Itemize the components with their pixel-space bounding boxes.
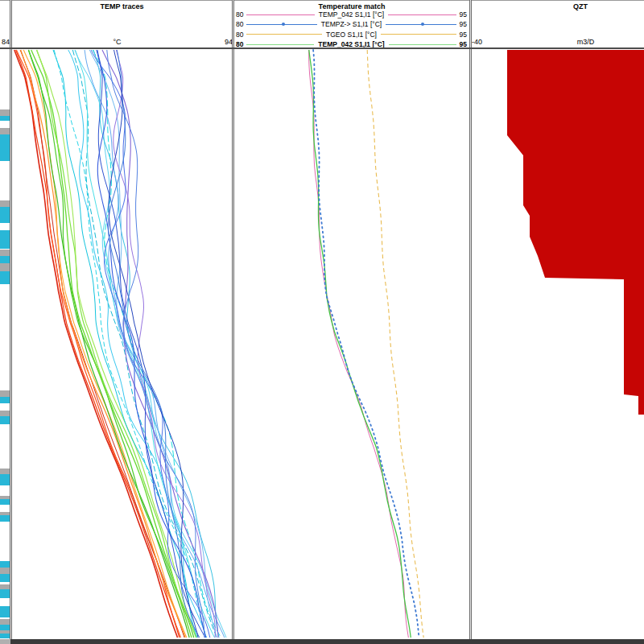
temp-trace-curve: [16, 50, 180, 638]
perforation-bar: [0, 574, 10, 582]
scale-left-qzt: -40: [472, 38, 482, 46]
perforation-bar: [0, 625, 10, 630]
track-border-mid2: [469, 0, 472, 639]
perforation-bar: [0, 561, 10, 568]
legend-marker-dot: [421, 23, 424, 26]
perforation-bar: [0, 568, 10, 574]
bottom-scrollbar[interactable]: [10, 639, 644, 644]
perforation-bar: [0, 474, 10, 485]
perforation-bar: [0, 256, 10, 263]
legend-row: 80TEMPZ-> S1,I1 [°C]95: [234, 19, 469, 29]
temp-trace-curve: [109, 50, 200, 638]
header-divider: [0, 47, 644, 49]
temperature-match-curve: [367, 50, 423, 638]
track-title-temp-traces: TEMP traces: [11, 2, 233, 10]
perforation-bar: [0, 589, 10, 598]
legend-line: [246, 14, 315, 15]
legend-line: [246, 44, 314, 45]
legend-curve-label: TEMPZ-> S1,I1 [°C]: [317, 20, 386, 28]
perforation-bar: [0, 230, 10, 249]
legend-scale-left: 80: [236, 20, 246, 28]
scale-row-qzt: -40 m3/D: [472, 37, 644, 47]
perforation-bar: [0, 390, 10, 397]
qzt-flow-area: [507, 50, 644, 415]
perforation-bar: [0, 411, 10, 416]
legend-scale-left: 80: [236, 10, 246, 19]
perforation-bar: [0, 128, 10, 134]
legend-scale-right: 95: [456, 20, 467, 28]
legend-row: 80TEMP_042 S1,I1 [°C]95: [234, 10, 469, 19]
legend-scale-right: 95: [456, 31, 467, 39]
legend-line: [246, 34, 322, 35]
bottom-bar-stub: [0, 639, 10, 644]
temperature-match-curve: [309, 50, 409, 638]
legend-line: [381, 34, 456, 35]
perforation-bar: [0, 397, 10, 403]
temp-traces-curves: [14, 50, 226, 638]
perforation-bar: [0, 200, 10, 207]
scale-row-temp-traces: 84 °C 94: [2, 37, 233, 47]
top-border: [0, 0, 644, 1]
temp-trace-curve: [68, 50, 206, 638]
legend-scale-left: 80: [236, 31, 246, 39]
legend-line: [386, 24, 456, 25]
perforation-bar: [0, 416, 10, 424]
legend-line: [246, 24, 317, 25]
temperature-match-legend: 80TEMP_042 S1,I1 [°C]9580TEMPZ-> S1,I1 […: [234, 10, 469, 49]
temperature-match-curve: [309, 50, 411, 638]
perforation-bar: [0, 271, 10, 284]
perforation-bar: [0, 207, 10, 223]
legend-line: [389, 44, 456, 45]
legend-curve-label: TEMP_042 S1,I1 [°C]: [315, 10, 388, 19]
legend-row: 80TGEO S1,I1 [°C]95: [234, 30, 469, 39]
temp-trace-curve: [85, 50, 225, 638]
temperature-match-curves: [309, 50, 424, 638]
well-log-viewer: TEMP traces 84 °C 94 Temperature match 8…: [0, 0, 644, 644]
track-title-qzt: QZT: [472, 2, 644, 10]
perforation-bar: [0, 263, 10, 271]
track-border-mid1: [232, 0, 234, 639]
temp-trace-curve: [114, 50, 215, 638]
legend-scale-right: 95: [456, 10, 467, 19]
perforation-bar: [0, 606, 10, 617]
legend-curve-label: TGEO S1,I1 [°C]: [322, 31, 381, 39]
perforation-bar: [0, 250, 10, 256]
unit-label-temp-traces: °C: [10, 38, 225, 46]
perforation-bar: [0, 109, 10, 116]
perforation-bar: [0, 515, 10, 522]
perforation-bar: [0, 634, 10, 638]
perforation-bar: [0, 499, 10, 505]
perforation-bar: [0, 116, 10, 121]
perforation-bar: [0, 134, 10, 161]
unit-label-qzt: m3/D: [482, 38, 644, 46]
log-tracks-plot: [0, 49, 644, 639]
temp-trace-curve: [28, 50, 189, 638]
perforation-bar: [0, 469, 10, 474]
legend-line: [388, 14, 456, 15]
legend-marker-dot: [282, 23, 285, 26]
temp-trace-curve: [37, 50, 196, 638]
perforation-bar: [0, 619, 10, 625]
temperature-match-curve: [313, 50, 419, 638]
temp-trace-curve: [93, 50, 221, 638]
track-border-left: [10, 0, 12, 639]
